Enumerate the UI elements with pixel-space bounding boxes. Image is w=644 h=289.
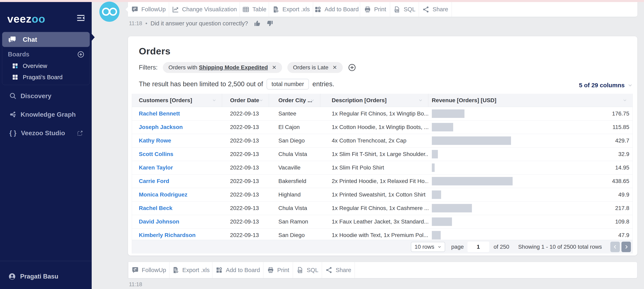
- toolbar-button-followup[interactable]: FollowUp: [128, 2, 169, 17]
- customer-link[interactable]: Rachel Beck: [139, 205, 172, 212]
- filters-label: Filters:: [139, 64, 158, 71]
- sidebar-item-knowledge-graph[interactable]: Knowledge Graph: [0, 105, 92, 124]
- toolbar-button-share[interactable]: Share: [322, 262, 355, 278]
- table-row: Rachel Beck2022-09-13Chula Vista1x Regul…: [132, 202, 632, 215]
- toolbar-button-export-xls[interactable]: Export .xls: [269, 2, 313, 17]
- sidebar-item-chat[interactable]: Chat: [2, 32, 90, 47]
- order-city-cell: Bakersfield: [269, 174, 320, 188]
- columns-selector-label: 5 of 29 columns: [579, 82, 625, 89]
- revenue-cell: 217.8: [428, 202, 632, 215]
- svg-text:SQL: SQL: [395, 9, 398, 11]
- chevron-down-icon: [438, 245, 442, 249]
- page-number-input[interactable]: [468, 242, 489, 252]
- add-board-icon[interactable]: [77, 51, 84, 58]
- toolbar-button-label: Export .xls: [282, 6, 310, 13]
- previous-page-button[interactable]: [610, 242, 620, 252]
- answer-toolbar-bottom: FollowUpExport .xlsAdd to BoardPrintSQLS…: [128, 262, 637, 278]
- message-time: 11:18: [129, 281, 142, 288]
- toolbar-filler: [355, 262, 637, 278]
- table-icon: [242, 6, 250, 13]
- toolbar-button-print[interactable]: Print: [360, 2, 390, 17]
- sidebar-item-pragati-s-board[interactable]: Pragati's Board: [2, 72, 90, 83]
- sidebar-item-overview[interactable]: Overview: [2, 60, 90, 72]
- toolbar-button-share[interactable]: Share: [419, 2, 452, 17]
- toolbar-button-add-to-board[interactable]: Add to Board: [212, 262, 263, 278]
- revenue-value: 429.7: [615, 138, 629, 144]
- toolbar-button-sql[interactable]: SQLSQL: [390, 2, 419, 17]
- remove-filter-icon[interactable]: ✕: [272, 64, 276, 71]
- thumbs-up-icon[interactable]: [254, 20, 261, 27]
- toolbar-button-label: Export .xls: [182, 267, 210, 274]
- veezoo-bot-avatar: [99, 2, 120, 22]
- board-items: OverviewPragati's Board: [2, 60, 90, 83]
- chevron-down-icon: [628, 83, 633, 88]
- revenue-value: 176.75: [612, 110, 629, 117]
- columns-selector[interactable]: 5 of 29 columns: [579, 82, 633, 89]
- column-header-description-orders[interactable]: Description [Orders]: [320, 94, 428, 107]
- toolbar-button-table[interactable]: Table: [240, 2, 269, 17]
- toolbar-button-sql[interactable]: SQLSQL: [293, 262, 322, 278]
- customer-link[interactable]: Kathy Rowe: [139, 138, 171, 144]
- column-header-order-city[interactable]: Order City ...: [269, 94, 320, 107]
- order-city-cell: San Ramon: [269, 215, 320, 228]
- toolbar-button-label: Add to Board: [226, 267, 260, 274]
- nav-item-label: Discovery: [20, 92, 92, 100]
- customer-link[interactable]: Scott Collins: [139, 151, 173, 158]
- revenue-bar: [432, 150, 438, 158]
- toolbar-button-followup[interactable]: FollowUp: [128, 262, 170, 278]
- export-xls-icon: [272, 6, 280, 13]
- sidebar-nav: DiscoveryKnowledge Graph{ }Veezoo Studio: [0, 87, 92, 142]
- boards-section-header: Boards: [2, 50, 90, 59]
- sort-chevron-icon: [622, 98, 627, 102]
- pages-total: of 250: [494, 244, 510, 250]
- description-cell: 1x Regular Fit Chinos, 1x Wingtip Bo...: [320, 107, 428, 120]
- description-cell: 1x Printed Sweatshirt, 1x Cotton Shirt: [320, 188, 428, 201]
- table-row: Carrie Ford2022-09-13Bakersfield2x Print…: [132, 174, 632, 188]
- filter-chip-text: Orders is Late: [293, 64, 328, 71]
- column-header-order-date[interactable]: Order Date: [222, 94, 269, 107]
- filter-chip-orders-with-shipping-mode-expedited[interactable]: Orders withShipping Mode Expedited✕: [163, 62, 282, 73]
- revenue-bar: [432, 190, 441, 199]
- user-menu[interactable]: Pragati Basu: [0, 270, 92, 283]
- revenue-bar: [432, 164, 435, 172]
- user-name: Pragati Basu: [20, 273, 58, 280]
- next-page-button[interactable]: [622, 242, 631, 252]
- order-date-cell: 2022-09-13: [222, 188, 269, 201]
- filter-chip-orders-is-late[interactable]: Orders is Late✕: [287, 62, 342, 73]
- sidebar-item-veezoo-studio[interactable]: { }Veezoo Studio: [0, 124, 92, 142]
- nav-item-label: Veezoo Studio: [21, 130, 68, 137]
- column-header-label: Description [Orders]: [332, 97, 386, 104]
- share-icon: [326, 266, 333, 274]
- thumbs-down-icon[interactable]: [266, 20, 274, 27]
- customer-link[interactable]: Joseph Jackson: [139, 124, 183, 130]
- order-date-cell: 2022-09-13: [222, 148, 269, 161]
- sidebar-item-discovery[interactable]: Discovery: [0, 87, 92, 105]
- customer-link[interactable]: Rachel Bennett: [139, 110, 180, 117]
- customer-link[interactable]: Monica Rodriguez: [139, 192, 188, 198]
- add-filter-icon[interactable]: [348, 64, 356, 72]
- toolbar-button-add-to-board[interactable]: Add to Board: [313, 2, 360, 17]
- revenue-cell: 115.85: [428, 120, 632, 134]
- toolbar-button-print[interactable]: Print: [263, 262, 293, 278]
- customer-link[interactable]: Carrie Ford: [139, 178, 169, 184]
- table-row: Kathy Rowe2022-09-13San Diego4x Cotton T…: [132, 134, 632, 148]
- customer-link[interactable]: Karen Taylor: [139, 164, 173, 171]
- remove-filter-icon[interactable]: ✕: [332, 64, 337, 71]
- collapse-menu-icon[interactable]: [76, 13, 86, 22]
- customer-link[interactable]: David Johnson: [139, 218, 179, 225]
- message-time: 11:18: [129, 20, 142, 26]
- print-icon: [267, 266, 274, 274]
- order-date-cell: 2022-09-13: [222, 107, 269, 120]
- toolbar-button-export-xls[interactable]: Export .xls: [170, 262, 212, 278]
- rows-per-page-select[interactable]: 10 rows: [411, 242, 445, 252]
- column-header-label: Revenue [Orders] [USD]: [432, 97, 496, 104]
- revenue-cell: 109.8: [428, 215, 632, 228]
- column-header-revenue-orders-usd[interactable]: Revenue [Orders] [USD]: [428, 94, 632, 107]
- column-header-customers-orders[interactable]: Customers [Orders]: [132, 94, 222, 107]
- svg-text:SQL: SQL: [298, 270, 301, 272]
- total-number-button[interactable]: total number: [266, 79, 309, 90]
- order-city-cell: Highland: [269, 188, 320, 201]
- customer-link[interactable]: Kimberly Richardson: [139, 232, 196, 238]
- toolbar-button-change-visualization[interactable]: Change Visualization: [169, 2, 240, 17]
- order-city-cell: Chula Vista: [269, 148, 320, 161]
